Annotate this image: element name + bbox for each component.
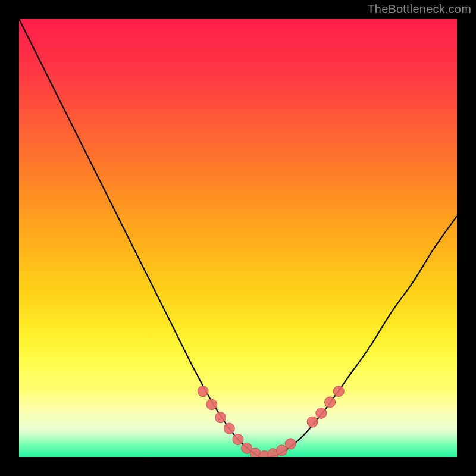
bottleneck-curve: [19, 19, 457, 457]
plot-area: [19, 19, 457, 457]
curve-marker: [307, 416, 318, 427]
curve-marker: [206, 399, 217, 410]
curve-marker: [333, 386, 344, 397]
curve-marker: [233, 434, 243, 445]
curve-marker: [215, 412, 226, 423]
watermark-text: TheBottleneck.com: [367, 2, 471, 16]
curve-marker: [277, 445, 287, 456]
curve-marker: [316, 408, 327, 418]
chart-frame: TheBottleneck.com: [0, 0, 476, 476]
curve-markers: [198, 386, 344, 457]
curve-marker: [325, 397, 336, 408]
curve-marker: [285, 439, 296, 449]
curve-layer: [19, 19, 457, 457]
curve-marker: [198, 386, 208, 397]
curve-marker: [224, 423, 234, 434]
